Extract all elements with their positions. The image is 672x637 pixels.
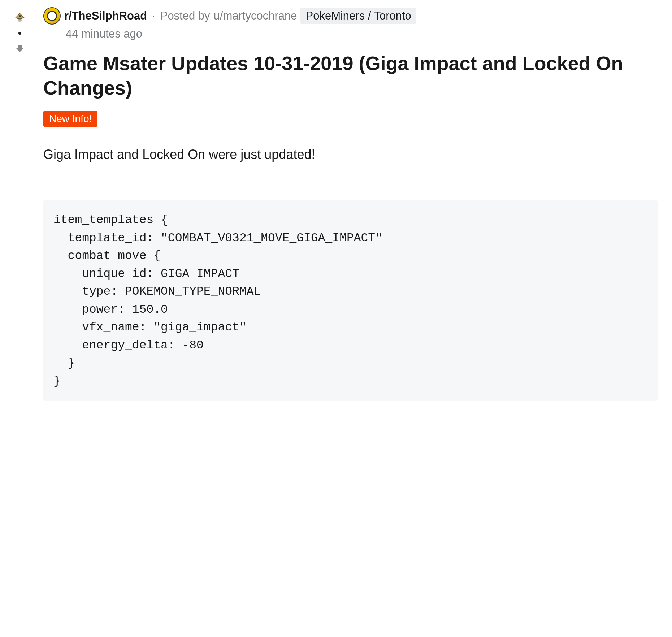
downvote-icon	[14, 43, 25, 54]
post-timestamp: 44 minutes ago	[66, 27, 658, 40]
user-flair: PokeMiners / Toronto	[300, 8, 416, 24]
subreddit-icon[interactable]	[43, 7, 61, 25]
upvote-icon	[13, 12, 26, 25]
posted-by-label: Posted by	[160, 9, 210, 22]
separator-dot: ·	[152, 9, 155, 22]
code-block: item_templates { template_id: "COMBAT_V0…	[43, 200, 658, 401]
vote-score-dot	[18, 32, 21, 35]
upvote-button[interactable]	[13, 11, 27, 25]
downvote-button[interactable]	[13, 41, 27, 56]
subreddit-link[interactable]: r/TheSilphRoad	[64, 9, 147, 22]
author-link[interactable]: u/martycochrane	[214, 9, 297, 22]
post-content: r/TheSilphRoad · Posted by u/martycochra…	[29, 7, 658, 401]
vote-column	[11, 7, 29, 401]
svg-point-1	[19, 15, 21, 17]
post-container: r/TheSilphRoad · Posted by u/martycochra…	[0, 0, 672, 408]
post-title: Game Msater Updates 10-31-2019 (Giga Imp…	[43, 51, 658, 100]
post-body-text: Giga Impact and Locked On were just upda…	[43, 145, 658, 164]
post-flair-badge[interactable]: New Info!	[43, 111, 97, 127]
svg-rect-2	[18, 20, 22, 21]
post-header: r/TheSilphRoad · Posted by u/martycochra…	[43, 7, 658, 25]
